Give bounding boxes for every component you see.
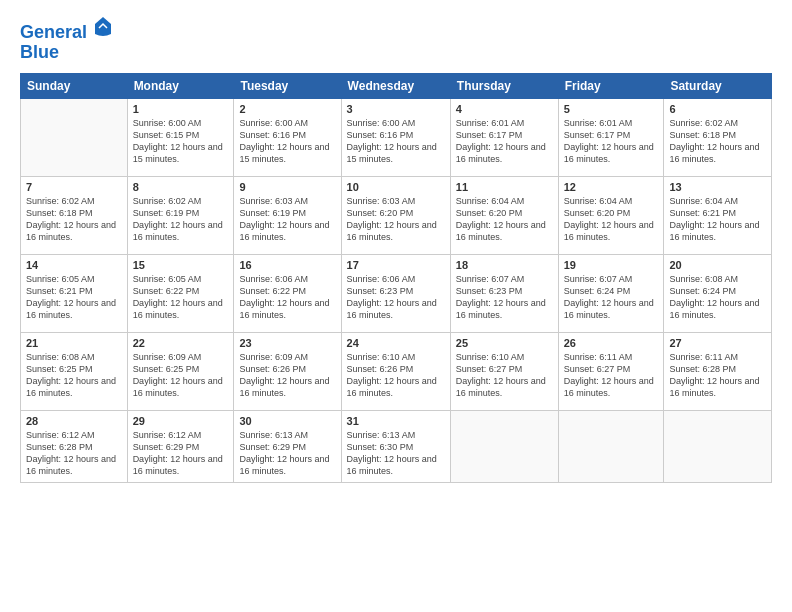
day-info: Sunrise: 6:04 AMSunset: 6:20 PMDaylight:…: [564, 195, 659, 244]
day-number: 9: [239, 181, 335, 193]
logo-blue: Blue: [20, 43, 112, 63]
calendar-cell: 2Sunrise: 6:00 AMSunset: 6:16 PMDaylight…: [234, 98, 341, 176]
day-number: 29: [133, 415, 229, 427]
weekday-header-friday: Friday: [558, 73, 664, 98]
day-info: Sunrise: 6:02 AMSunset: 6:18 PMDaylight:…: [26, 195, 122, 244]
day-number: 13: [669, 181, 766, 193]
day-info: Sunrise: 6:09 AMSunset: 6:25 PMDaylight:…: [133, 351, 229, 400]
calendar-week-row: 14Sunrise: 6:05 AMSunset: 6:21 PMDayligh…: [21, 254, 772, 332]
day-number: 1: [133, 103, 229, 115]
calendar-header-row: SundayMondayTuesdayWednesdayThursdayFrid…: [21, 73, 772, 98]
day-info: Sunrise: 6:03 AMSunset: 6:19 PMDaylight:…: [239, 195, 335, 244]
day-number: 21: [26, 337, 122, 349]
day-number: 4: [456, 103, 553, 115]
day-info: Sunrise: 6:13 AMSunset: 6:30 PMDaylight:…: [347, 429, 445, 478]
weekday-header-thursday: Thursday: [450, 73, 558, 98]
day-number: 18: [456, 259, 553, 271]
calendar-cell: 29Sunrise: 6:12 AMSunset: 6:29 PMDayligh…: [127, 410, 234, 482]
day-info: Sunrise: 6:13 AMSunset: 6:29 PMDaylight:…: [239, 429, 335, 478]
day-info: Sunrise: 6:04 AMSunset: 6:21 PMDaylight:…: [669, 195, 766, 244]
day-number: 26: [564, 337, 659, 349]
day-info: Sunrise: 6:07 AMSunset: 6:24 PMDaylight:…: [564, 273, 659, 322]
calendar-cell: [664, 410, 772, 482]
day-info: Sunrise: 6:12 AMSunset: 6:28 PMDaylight:…: [26, 429, 122, 478]
calendar: SundayMondayTuesdayWednesdayThursdayFrid…: [20, 73, 772, 483]
day-info: Sunrise: 6:00 AMSunset: 6:16 PMDaylight:…: [239, 117, 335, 166]
day-info: Sunrise: 6:07 AMSunset: 6:23 PMDaylight:…: [456, 273, 553, 322]
calendar-cell: 16Sunrise: 6:06 AMSunset: 6:22 PMDayligh…: [234, 254, 341, 332]
calendar-cell: 10Sunrise: 6:03 AMSunset: 6:20 PMDayligh…: [341, 176, 450, 254]
day-info: Sunrise: 6:10 AMSunset: 6:26 PMDaylight:…: [347, 351, 445, 400]
day-number: 3: [347, 103, 445, 115]
calendar-week-row: 21Sunrise: 6:08 AMSunset: 6:25 PMDayligh…: [21, 332, 772, 410]
logo-general: General: [20, 22, 87, 42]
day-info: Sunrise: 6:03 AMSunset: 6:20 PMDaylight:…: [347, 195, 445, 244]
day-info: Sunrise: 6:06 AMSunset: 6:23 PMDaylight:…: [347, 273, 445, 322]
calendar-cell: 8Sunrise: 6:02 AMSunset: 6:19 PMDaylight…: [127, 176, 234, 254]
calendar-cell: 21Sunrise: 6:08 AMSunset: 6:25 PMDayligh…: [21, 332, 128, 410]
day-number: 28: [26, 415, 122, 427]
calendar-cell: 9Sunrise: 6:03 AMSunset: 6:19 PMDaylight…: [234, 176, 341, 254]
calendar-cell: 4Sunrise: 6:01 AMSunset: 6:17 PMDaylight…: [450, 98, 558, 176]
calendar-cell: 22Sunrise: 6:09 AMSunset: 6:25 PMDayligh…: [127, 332, 234, 410]
calendar-cell: 15Sunrise: 6:05 AMSunset: 6:22 PMDayligh…: [127, 254, 234, 332]
day-number: 12: [564, 181, 659, 193]
calendar-cell: 14Sunrise: 6:05 AMSunset: 6:21 PMDayligh…: [21, 254, 128, 332]
calendar-cell: 20Sunrise: 6:08 AMSunset: 6:24 PMDayligh…: [664, 254, 772, 332]
calendar-cell: 6Sunrise: 6:02 AMSunset: 6:18 PMDaylight…: [664, 98, 772, 176]
day-number: 17: [347, 259, 445, 271]
calendar-cell: [558, 410, 664, 482]
day-info: Sunrise: 6:08 AMSunset: 6:24 PMDaylight:…: [669, 273, 766, 322]
day-info: Sunrise: 6:11 AMSunset: 6:27 PMDaylight:…: [564, 351, 659, 400]
calendar-cell: 3Sunrise: 6:00 AMSunset: 6:16 PMDaylight…: [341, 98, 450, 176]
day-info: Sunrise: 6:06 AMSunset: 6:22 PMDaylight:…: [239, 273, 335, 322]
calendar-cell: 31Sunrise: 6:13 AMSunset: 6:30 PMDayligh…: [341, 410, 450, 482]
day-info: Sunrise: 6:01 AMSunset: 6:17 PMDaylight:…: [456, 117, 553, 166]
day-info: Sunrise: 6:02 AMSunset: 6:18 PMDaylight:…: [669, 117, 766, 166]
calendar-week-row: 1Sunrise: 6:00 AMSunset: 6:15 PMDaylight…: [21, 98, 772, 176]
day-number: 5: [564, 103, 659, 115]
logo-text: General: [20, 16, 112, 43]
calendar-cell: 7Sunrise: 6:02 AMSunset: 6:18 PMDaylight…: [21, 176, 128, 254]
day-number: 2: [239, 103, 335, 115]
day-number: 22: [133, 337, 229, 349]
day-info: Sunrise: 6:08 AMSunset: 6:25 PMDaylight:…: [26, 351, 122, 400]
calendar-cell: [21, 98, 128, 176]
day-info: Sunrise: 6:04 AMSunset: 6:20 PMDaylight:…: [456, 195, 553, 244]
logo: General Blue: [20, 16, 112, 63]
day-info: Sunrise: 6:00 AMSunset: 6:15 PMDaylight:…: [133, 117, 229, 166]
weekday-header-tuesday: Tuesday: [234, 73, 341, 98]
day-info: Sunrise: 6:01 AMSunset: 6:17 PMDaylight:…: [564, 117, 659, 166]
day-number: 7: [26, 181, 122, 193]
calendar-cell: 24Sunrise: 6:10 AMSunset: 6:26 PMDayligh…: [341, 332, 450, 410]
day-number: 24: [347, 337, 445, 349]
calendar-cell: 25Sunrise: 6:10 AMSunset: 6:27 PMDayligh…: [450, 332, 558, 410]
calendar-cell: 30Sunrise: 6:13 AMSunset: 6:29 PMDayligh…: [234, 410, 341, 482]
day-number: 10: [347, 181, 445, 193]
calendar-cell: 18Sunrise: 6:07 AMSunset: 6:23 PMDayligh…: [450, 254, 558, 332]
weekday-header-sunday: Sunday: [21, 73, 128, 98]
day-info: Sunrise: 6:05 AMSunset: 6:21 PMDaylight:…: [26, 273, 122, 322]
day-info: Sunrise: 6:00 AMSunset: 6:16 PMDaylight:…: [347, 117, 445, 166]
day-number: 19: [564, 259, 659, 271]
calendar-cell: 1Sunrise: 6:00 AMSunset: 6:15 PMDaylight…: [127, 98, 234, 176]
weekday-header-saturday: Saturday: [664, 73, 772, 98]
calendar-cell: 26Sunrise: 6:11 AMSunset: 6:27 PMDayligh…: [558, 332, 664, 410]
day-info: Sunrise: 6:10 AMSunset: 6:27 PMDaylight:…: [456, 351, 553, 400]
header: General Blue: [20, 16, 772, 63]
day-number: 31: [347, 415, 445, 427]
day-info: Sunrise: 6:12 AMSunset: 6:29 PMDaylight:…: [133, 429, 229, 478]
day-info: Sunrise: 6:11 AMSunset: 6:28 PMDaylight:…: [669, 351, 766, 400]
day-info: Sunrise: 6:05 AMSunset: 6:22 PMDaylight:…: [133, 273, 229, 322]
calendar-cell: 19Sunrise: 6:07 AMSunset: 6:24 PMDayligh…: [558, 254, 664, 332]
calendar-cell: 13Sunrise: 6:04 AMSunset: 6:21 PMDayligh…: [664, 176, 772, 254]
day-number: 8: [133, 181, 229, 193]
day-number: 30: [239, 415, 335, 427]
day-number: 27: [669, 337, 766, 349]
day-number: 11: [456, 181, 553, 193]
calendar-cell: 11Sunrise: 6:04 AMSunset: 6:20 PMDayligh…: [450, 176, 558, 254]
calendar-cell: 5Sunrise: 6:01 AMSunset: 6:17 PMDaylight…: [558, 98, 664, 176]
calendar-week-row: 28Sunrise: 6:12 AMSunset: 6:28 PMDayligh…: [21, 410, 772, 482]
weekday-header-wednesday: Wednesday: [341, 73, 450, 98]
day-number: 20: [669, 259, 766, 271]
